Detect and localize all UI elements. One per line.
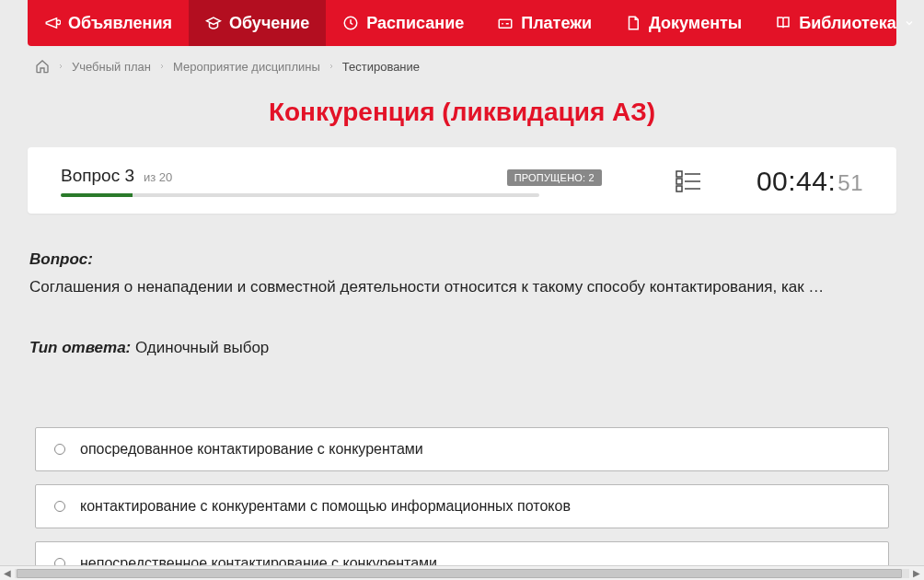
scroll-right-arrow[interactable]: ▶ <box>909 566 924 581</box>
nav-label: Библиотека <box>799 14 896 33</box>
timer-seconds: 51 <box>837 170 863 196</box>
svg-rect-2 <box>676 171 682 177</box>
question-heading: Вопрос: <box>29 250 895 269</box>
question-number: Вопрос 3 <box>61 166 134 186</box>
scroll-thumb[interactable] <box>17 569 902 578</box>
document-icon <box>625 15 641 31</box>
radio-icon <box>54 558 65 565</box>
answer-text: непосредственное контактирование с конку… <box>80 555 437 565</box>
answers-list: опосредованное контактирование с конкуре… <box>28 381 896 565</box>
radio-icon <box>54 444 65 455</box>
nav-label: Объявления <box>68 14 172 33</box>
top-navigation: Объявления Обучение Расписание Платежи Д… <box>28 0 896 46</box>
breadcrumb-item[interactable]: Учебный план <box>72 60 151 74</box>
chevron-down-icon <box>904 17 915 29</box>
payment-icon <box>497 15 514 31</box>
progress-bar <box>61 193 539 197</box>
answer-option[interactable]: непосредственное контактирование с конку… <box>35 541 889 565</box>
status-card: Вопрос 3 из 20 ПРОПУЩЕНО: 2 00 <box>28 147 896 214</box>
breadcrumb-separator <box>328 60 335 74</box>
answer-type: Тип ответа: Одиночный выбор <box>29 339 895 357</box>
nav-item-schedule[interactable]: Расписание <box>326 0 480 46</box>
home-icon[interactable] <box>35 59 50 74</box>
scroll-track[interactable] <box>15 569 909 578</box>
nav-label: Обучение <box>229 14 309 33</box>
nav-label: Платежи <box>521 14 592 33</box>
skipped-badge: ПРОПУЩЕНО: 2 <box>507 169 602 186</box>
answer-option[interactable]: контактирование с конкурентами с помощью… <box>35 484 889 528</box>
book-icon <box>775 15 791 31</box>
breadcrumb-current: Тестирование <box>342 60 420 74</box>
education-icon <box>205 15 222 31</box>
horizontal-scrollbar[interactable]: ◀ ▶ <box>0 565 924 580</box>
question-text: Соглашения о ненападении и совместной де… <box>29 276 895 298</box>
nav-item-library[interactable]: Библиотека <box>758 0 924 46</box>
nav-item-payments[interactable]: Платежи <box>480 0 608 46</box>
svg-rect-3 <box>676 179 682 184</box>
answer-text: опосредованное контактирование с конкуре… <box>80 441 423 458</box>
svg-rect-4 <box>676 186 682 191</box>
answer-type-value: Одиночный выбор <box>135 339 269 356</box>
question-total: из 20 <box>144 170 172 184</box>
scroll-left-arrow[interactable]: ◀ <box>0 566 15 581</box>
timer-main: 00:44: <box>757 166 836 197</box>
answer-type-label: Тип ответа: <box>29 339 131 356</box>
progress-fill <box>61 193 133 197</box>
timer: 00:44:51 <box>757 166 863 197</box>
breadcrumb: Учебный план Мероприятие дисциплины Тест… <box>28 46 896 87</box>
answer-text: контактирование с конкурентами с помощью… <box>80 498 571 515</box>
clock-icon <box>342 15 359 31</box>
megaphone-icon <box>44 15 61 31</box>
svg-rect-1 <box>499 19 512 28</box>
nav-item-education[interactable]: Обучение <box>189 0 326 46</box>
answer-option[interactable]: опосредованное контактирование с конкуре… <box>35 427 889 471</box>
question-list-icon[interactable] <box>676 169 701 193</box>
breadcrumb-separator <box>57 60 64 74</box>
breadcrumb-item[interactable]: Мероприятие дисциплины <box>173 60 320 74</box>
nav-item-announcements[interactable]: Объявления <box>28 0 189 46</box>
breadcrumb-separator <box>158 60 166 74</box>
page-title: Конкуренция (ликвидация АЗ) <box>28 87 896 147</box>
nav-label: Расписание <box>366 14 464 33</box>
radio-icon <box>54 501 65 512</box>
nav-label: Документы <box>649 14 742 33</box>
nav-item-documents[interactable]: Документы <box>608 0 758 46</box>
